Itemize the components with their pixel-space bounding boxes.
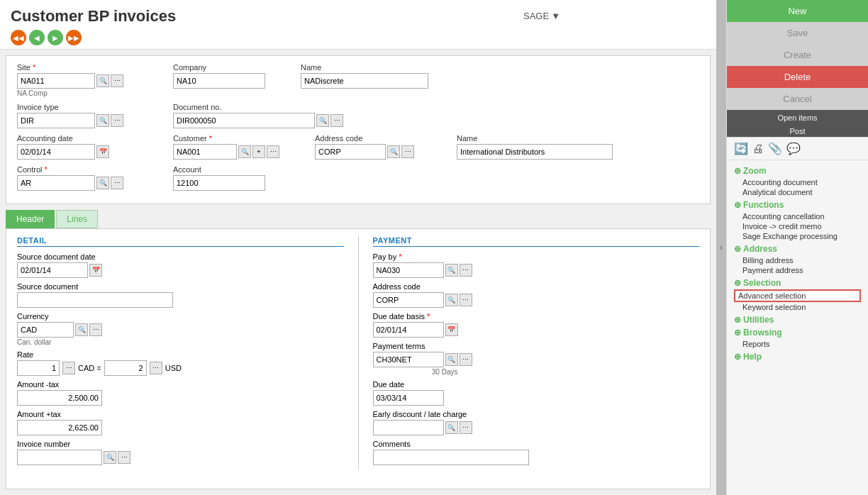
source-doc-label: Source document xyxy=(17,282,344,291)
site-input[interactable] xyxy=(17,73,95,89)
pay-by-more-icon[interactable]: ⋯ xyxy=(460,264,472,277)
browsing-title: ⊕ Browsing xyxy=(734,328,861,338)
control-label: Control * xyxy=(17,165,159,174)
payment-terms-input[interactable] xyxy=(373,352,444,367)
company-input[interactable] xyxy=(173,73,265,89)
invoice-number-input[interactable] xyxy=(17,450,102,465)
invoice-type-more-icon[interactable]: ⋯ xyxy=(111,114,123,127)
rate2-more-icon[interactable]: ⋯ xyxy=(150,362,162,374)
early-discount-search-icon[interactable]: 🔍 xyxy=(445,421,458,434)
account-input[interactable] xyxy=(173,175,265,191)
customer-input[interactable] xyxy=(173,144,237,160)
site-more-icon[interactable]: ⋯ xyxy=(111,74,123,87)
customer-search-icon[interactable]: 🔍 xyxy=(238,145,251,158)
currency-hint: Can. dollar xyxy=(17,338,344,346)
invoice-type-search-icon[interactable]: 🔍 xyxy=(96,114,109,127)
due-date-label: Due date xyxy=(373,380,700,389)
rate-input2[interactable] xyxy=(104,360,147,376)
create-button[interactable]: Create xyxy=(727,44,868,66)
open-items-button[interactable]: Open items xyxy=(727,110,868,126)
payment-address-link[interactable]: Payment address xyxy=(734,265,861,275)
customer-label: Customer * xyxy=(173,134,301,143)
rate-input[interactable] xyxy=(17,360,60,376)
print-icon[interactable]: 🖨 xyxy=(752,143,764,155)
reports-link[interactable]: Reports xyxy=(734,339,861,349)
nav-prev-button[interactable]: ◀ xyxy=(29,30,45,45)
tab-lines[interactable]: Lines xyxy=(56,210,98,228)
early-discount-more-icon[interactable]: ⋯ xyxy=(460,421,472,434)
document-no-input[interactable] xyxy=(173,113,315,128)
payment-address-search-icon[interactable]: 🔍 xyxy=(445,294,458,306)
analytical-document-link[interactable]: Analytical document xyxy=(734,187,861,197)
invoice-type-label: Invoice type xyxy=(17,103,159,111)
tab-header[interactable]: Header xyxy=(6,210,55,228)
address-code-search-icon[interactable]: 🔍 xyxy=(387,145,400,158)
comments-input[interactable] xyxy=(373,450,529,465)
payment-terms-search-icon[interactable]: 🔍 xyxy=(445,353,458,366)
source-doc-input[interactable] xyxy=(17,292,173,308)
page-title: Customer BP invoices xyxy=(11,7,706,26)
control-more-icon[interactable]: ⋯ xyxy=(111,177,123,189)
due-date-basis-calendar-icon[interactable]: 📅 xyxy=(445,323,458,336)
payment-address-more-icon[interactable]: ⋯ xyxy=(460,294,472,306)
invoice-number-more-icon[interactable]: ⋯ xyxy=(118,451,130,464)
payment-address-code-input[interactable] xyxy=(373,292,444,308)
name2-input[interactable] xyxy=(457,144,613,160)
save-button[interactable]: Save xyxy=(727,22,868,44)
panel-toggle[interactable]: ‹ xyxy=(716,0,726,495)
rate-more-icon[interactable]: ⋯ xyxy=(62,362,75,374)
address-code-more-icon[interactable]: ⋯ xyxy=(401,145,414,158)
delete-button[interactable]: Delete xyxy=(727,66,868,88)
name-input[interactable] xyxy=(301,73,428,89)
due-date-input[interactable] xyxy=(373,390,444,406)
nav-first-button[interactable]: ◀◀ xyxy=(11,30,26,45)
paperclip-icon[interactable]: 📎 xyxy=(768,142,782,155)
control-input[interactable] xyxy=(17,175,95,191)
document-no-label: Document no. xyxy=(173,103,699,111)
payment-terms-more-icon[interactable]: ⋯ xyxy=(460,353,472,366)
post-button[interactable]: Post xyxy=(727,126,868,137)
chat-icon[interactable]: 💬 xyxy=(786,142,801,155)
accounting-cancellation-link[interactable]: Accounting cancellation xyxy=(734,211,861,221)
site-search-icon[interactable]: 🔍 xyxy=(96,74,109,87)
detail-header: DETAIL xyxy=(17,236,344,247)
customer-more-icon[interactable]: ⋯ xyxy=(267,145,279,158)
billing-address-link[interactable]: Billing address xyxy=(734,255,861,265)
sage-exchange-link[interactable]: Sage Exchange processing xyxy=(734,231,861,241)
nav-next-button[interactable]: ▶ xyxy=(48,30,63,45)
invoice-credit-memo-link[interactable]: Invoice -> credit memo xyxy=(734,221,861,231)
document-no-more-icon[interactable]: ⋯ xyxy=(330,114,343,127)
keyword-selection-link[interactable]: Keyword selection xyxy=(734,302,861,312)
accounting-document-link[interactable]: Accounting document xyxy=(734,177,861,187)
early-discount-input[interactable] xyxy=(373,420,444,435)
accounting-date-input[interactable] xyxy=(17,144,95,160)
source-doc-date-calendar-icon[interactable]: 📅 xyxy=(89,264,102,277)
customer-add-icon[interactable]: + xyxy=(252,145,265,158)
address-code-input[interactable] xyxy=(315,144,386,160)
sage-badge[interactable]: SAGE ▼ xyxy=(523,11,560,21)
amount-tax-input[interactable] xyxy=(17,390,102,406)
payment-terms-label: Payment terms xyxy=(373,342,700,350)
company-label: Company xyxy=(173,63,286,72)
accounting-date-calendar-icon[interactable]: 📅 xyxy=(96,145,109,158)
nav-last-button[interactable]: ▶▶ xyxy=(66,30,82,45)
due-date-basis-input[interactable] xyxy=(373,322,444,338)
due-date-basis-label: Due date basis * xyxy=(373,312,700,321)
pay-by-input[interactable] xyxy=(373,262,444,278)
document-no-search-icon[interactable]: 🔍 xyxy=(316,114,329,127)
new-button[interactable]: New xyxy=(727,0,868,22)
refresh-icon[interactable]: 🔄 xyxy=(734,142,748,155)
source-doc-date-input[interactable] xyxy=(17,262,88,278)
currency-more-icon[interactable]: ⋯ xyxy=(89,323,102,336)
pay-by-search-icon[interactable]: 🔍 xyxy=(445,264,458,277)
cancel-button[interactable]: Cancel xyxy=(727,88,868,110)
currency-input[interactable] xyxy=(17,322,74,338)
invoice-type-input[interactable] xyxy=(17,113,95,128)
payment-terms-hint: 30 Days xyxy=(373,368,458,376)
invoice-number-search-icon[interactable]: 🔍 xyxy=(104,451,116,464)
advanced-selection-link[interactable]: Advanced selection xyxy=(734,289,861,302)
control-search-icon[interactable]: 🔍 xyxy=(96,177,109,189)
rate-currency: USD xyxy=(165,364,182,372)
amount-plus-tax-input[interactable] xyxy=(17,420,102,435)
currency-search-icon[interactable]: 🔍 xyxy=(75,323,88,336)
